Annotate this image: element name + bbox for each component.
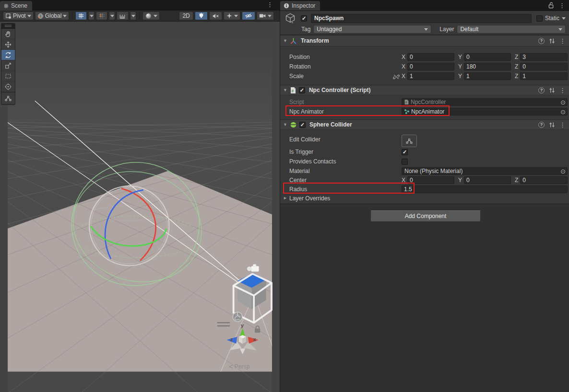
presets-icon[interactable] — [549, 38, 555, 44]
tag-dropdown[interactable]: Untagged — [313, 25, 431, 34]
center-label[interactable]: Center — [280, 177, 402, 184]
npc-controller-header[interactable]: ▼ # ✓ Npc Controller (Script) ? ⋮ — [280, 85, 569, 95]
foldout-collapsed-icon[interactable]: ► — [283, 196, 289, 200]
transform-header[interactable]: ▼ Transform ? ⋮ — [280, 35, 569, 46]
scale-y-field[interactable]: 1 — [464, 72, 511, 80]
effects-dropdown[interactable] — [224, 12, 240, 20]
position-z-field[interactable]: 3 — [520, 53, 568, 61]
global-dropdown[interactable]: Global — [35, 12, 70, 20]
object-picker-icon[interactable]: ⊙ — [560, 99, 566, 105]
script-object-field[interactable]: # NpcController ⊙ — [402, 98, 568, 106]
lock-icon[interactable] — [548, 2, 554, 9]
sphere-collider-icon — [290, 121, 297, 128]
rotation-y-field[interactable]: 180 — [464, 63, 511, 70]
is-trigger-checkbox[interactable]: ✓ — [402, 149, 408, 155]
static-checkbox[interactable] — [536, 15, 543, 22]
transform-combined-icon — [4, 83, 12, 91]
shaded-sphere-icon — [145, 12, 152, 20]
check-icon: ✓ — [300, 87, 304, 92]
add-component-button[interactable]: Add Component — [370, 210, 481, 222]
tool-palette-drag-handle[interactable] — [1, 23, 15, 29]
npc-animator-label[interactable]: Npc Animator — [280, 108, 402, 115]
center-z-field[interactable]: 0 — [520, 176, 568, 184]
npc-animator-object-field[interactable]: NpcAnimator ⊙ — [402, 108, 568, 115]
move-tool[interactable] — [1, 39, 15, 50]
object-picker-icon[interactable]: ⊙ — [560, 168, 566, 174]
effects-star-icon — [226, 12, 233, 19]
axis-y-label: Y — [458, 73, 462, 80]
component-menu-kebab-icon[interactable]: ⋮ — [559, 38, 566, 44]
radius-field[interactable]: 1.5 — [402, 185, 568, 193]
snap-increment-arrow[interactable] — [130, 12, 136, 20]
layer-arrow-icon — [558, 28, 562, 31]
view-tool[interactable] — [1, 29, 15, 39]
radius-label[interactable]: Radius — [280, 186, 402, 193]
help-icon[interactable]: ? — [538, 87, 545, 93]
pivot-dropdown[interactable]: Pivot — [3, 12, 34, 20]
camera-arrow-icon — [268, 15, 272, 17]
gameobject-cube-icon[interactable] — [284, 12, 296, 24]
inspector-panel: Inspector ⋮ ✓ NpcSpawn Static — [280, 0, 569, 392]
component-enabled-checkbox[interactable]: ✓ — [299, 87, 305, 93]
position-y-field[interactable]: 0 — [464, 53, 511, 61]
scale-tool[interactable] — [1, 60, 15, 71]
2d-toggle[interactable]: 2D — [179, 12, 193, 20]
position-x-field[interactable]: 0 — [407, 53, 454, 61]
object-picker-icon[interactable]: ⊙ — [560, 109, 566, 115]
grid-visibility-toggle[interactable] — [75, 12, 87, 20]
component-menu-kebab-icon[interactable]: ⋮ — [559, 87, 566, 93]
scale-z-field[interactable]: 1 — [520, 72, 568, 80]
component-enabled-checkbox[interactable]: ✓ — [299, 122, 306, 128]
foldout-expanded-icon[interactable]: ▼ — [283, 88, 287, 92]
rotation-x-field[interactable]: 0 — [407, 63, 454, 70]
draw-mode-dropdown[interactable] — [142, 12, 160, 20]
scene-visibility-toggle[interactable] — [242, 12, 255, 20]
scene-camera-dropdown[interactable] — [257, 12, 274, 20]
position-label[interactable]: Position — [280, 54, 402, 60]
grid-visibility-arrow[interactable] — [88, 12, 95, 20]
scale-label[interactable]: Scale — [280, 73, 402, 80]
center-y-field[interactable]: 0 — [464, 176, 511, 184]
scene-viewport[interactable]: y z x < Persp — [0, 22, 280, 392]
center-x-field[interactable]: 0 — [407, 176, 454, 184]
tab-inspector[interactable]: Inspector — [280, 1, 320, 11]
active-checkbox[interactable]: ✓ — [301, 15, 307, 22]
gameobject-icon-dropdown-arrow[interactable] — [292, 23, 293, 23]
grid-snap-toggle[interactable] — [96, 12, 107, 20]
foldout-expanded-icon[interactable]: ▼ — [283, 123, 287, 127]
sphere-collider-header[interactable]: ▼ ✓ Sphere Collider ? ⋮ — [280, 119, 569, 130]
material-label[interactable]: Material — [280, 168, 402, 174]
static-flags-arrow[interactable] — [562, 17, 566, 20]
edit-collider-tool[interactable] — [1, 92, 15, 104]
rotate-tool[interactable] — [1, 50, 15, 60]
material-object-field[interactable]: None (Physic Material) ⊙ — [402, 167, 568, 175]
constrain-proportions-icon[interactable] — [393, 74, 400, 80]
scene-menu-kebab-icon[interactable]: ⋮ — [267, 1, 273, 8]
gameobject-name-field[interactable]: NpcSpawn — [311, 14, 532, 23]
scale-x-field[interactable]: 1 — [407, 72, 454, 80]
grid-snap-arrow[interactable] — [109, 12, 115, 20]
presets-icon[interactable] — [549, 87, 555, 93]
inspector-menu-kebab-icon[interactable]: ⋮ — [559, 2, 565, 9]
edit-collider-button[interactable] — [402, 135, 417, 147]
rect-tool[interactable] — [1, 71, 15, 81]
layer-overrides-row[interactable]: ► Layer Overrides — [280, 194, 569, 203]
component-menu-kebab-icon[interactable]: ⋮ — [559, 122, 566, 128]
presets-icon[interactable] — [549, 122, 555, 128]
foldout-expanded-icon[interactable]: ▼ — [283, 39, 287, 43]
provides-contacts-checkbox[interactable] — [402, 159, 408, 165]
provides-contacts-label[interactable]: Provides Contacts — [280, 158, 402, 165]
layer-dropdown[interactable]: Default — [457, 25, 566, 34]
rotation-label[interactable]: Rotation — [280, 63, 402, 70]
audio-toggle[interactable] — [209, 12, 222, 20]
lighting-toggle[interactable] — [195, 12, 208, 20]
snap-increment-button[interactable] — [117, 12, 129, 20]
persp-label[interactable]: Persp — [235, 363, 250, 370]
scene-grid-icon — [3, 3, 9, 9]
tab-scene[interactable]: Scene — [0, 1, 32, 11]
is-trigger-label[interactable]: Is Trigger — [280, 149, 402, 155]
rotation-z-field[interactable]: 0 — [520, 63, 568, 70]
help-icon[interactable]: ? — [538, 122, 545, 128]
help-icon[interactable]: ? — [538, 38, 545, 44]
transform-tool[interactable] — [1, 81, 15, 92]
